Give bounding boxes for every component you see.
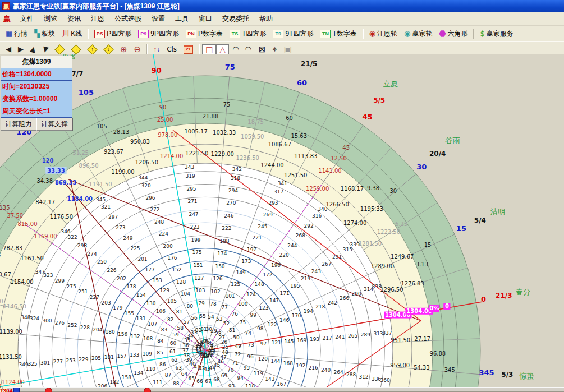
zoom-in-button[interactable]: ⊕ xyxy=(117,44,131,54)
svg-text:58: 58 xyxy=(177,325,184,331)
p-square-button[interactable]: PSP四方形 xyxy=(91,28,135,40)
svg-text:896.50: 896.50 xyxy=(79,163,99,169)
svg-text:清明: 清明 xyxy=(490,207,505,216)
pan-right-button[interactable]: → xyxy=(68,45,84,54)
svg-text:1032.33: 1032.33 xyxy=(213,130,236,136)
menu-item-资讯[interactable]: 资讯 xyxy=(62,13,86,24)
svg-text:122: 122 xyxy=(268,322,277,328)
svg-text:47: 47 xyxy=(221,354,227,360)
menu-item-江恩[interactable]: 江恩 xyxy=(86,13,109,24)
zoom-out-button[interactable]: ⊖ xyxy=(131,44,145,54)
pan-right-icon: → xyxy=(71,44,81,54)
svg-text:345: 345 xyxy=(96,197,106,202)
svg-text:1168.17: 1168.17 xyxy=(341,186,364,192)
svg-text:253: 253 xyxy=(66,358,76,363)
cls-button[interactable]: Cls xyxy=(163,44,180,54)
app-logo-icon: 赢 xyxy=(2,2,10,10)
gann-wheel-button[interactable]: ◉江恩轮 xyxy=(366,28,401,40)
menu-item-浏览[interactable]: 浏览 xyxy=(39,13,62,24)
background-window-strip[interactable] xyxy=(7,387,564,392)
svg-text:815.00: 815.00 xyxy=(18,221,38,227)
winner-service-button[interactable]: $赢家服务 xyxy=(476,28,516,40)
calendar-icon: 21 xyxy=(184,45,193,54)
svg-text:202: 202 xyxy=(117,276,126,282)
pan-up-button[interactable]: ↑ xyxy=(84,45,100,54)
svg-text:63: 63 xyxy=(175,365,181,371)
pan-down-button[interactable]: ↓ xyxy=(100,45,117,54)
calc-support-button[interactable]: 计算支撑 xyxy=(36,118,72,131)
menu-item-工具[interactable]: 工具 xyxy=(170,13,194,24)
menu-item-交易委托[interactable]: 交易委托 xyxy=(217,13,254,24)
arc-cw-tool-button[interactable]: ◠ xyxy=(229,44,242,54)
svg-text:169: 169 xyxy=(297,338,306,343)
quotes-button[interactable]: ▦行情 xyxy=(2,28,31,40)
svg-text:21/3: 21/3 xyxy=(496,292,512,299)
svg-text:1221.50: 1221.50 xyxy=(185,150,208,156)
winner-wheel-icon: ◉ xyxy=(404,30,410,38)
center-tool-button[interactable]: ⌖ xyxy=(269,44,280,54)
svg-text:299: 299 xyxy=(55,278,65,284)
t-number-table-button[interactable]: TNT数字表 xyxy=(317,28,360,40)
menu-item-窗口[interactable]: 窗口 xyxy=(194,13,217,24)
9t-square-icon: T9 xyxy=(273,30,283,38)
calc-resistance-button[interactable]: 计算阻力 xyxy=(1,118,36,131)
menu-item-设置[interactable]: 设置 xyxy=(146,13,170,24)
svg-text:85: 85 xyxy=(157,350,163,356)
9t-square-button[interactable]: T99T四方形 xyxy=(269,28,317,40)
forward-button[interactable]: ▶ xyxy=(15,44,27,54)
svg-text:90: 90 xyxy=(159,104,167,110)
arc-ccw-tool-button[interactable]: ◠ xyxy=(242,44,255,54)
svg-text:73: 73 xyxy=(247,342,254,348)
svg-text:289: 289 xyxy=(361,332,370,338)
cursor-down-button[interactable]: ▼ xyxy=(39,44,52,54)
kline-button[interactable]: 川K线 xyxy=(58,28,85,40)
svg-text:96: 96 xyxy=(247,354,254,359)
svg-text:1059.50: 1059.50 xyxy=(241,133,264,140)
svg-text:174: 174 xyxy=(217,251,227,256)
svg-text:291: 291 xyxy=(332,254,342,260)
title-bar[interactable]: 赢 赢家江恩专业版[赢家内部服务平台] - [焦煤1309 江恩轮] xyxy=(0,0,564,12)
svg-text:173: 173 xyxy=(241,259,251,264)
svg-text:241: 241 xyxy=(335,334,345,340)
box-x-tool-button[interactable]: ⊠ xyxy=(255,44,269,54)
back-button[interactable]: ◀ xyxy=(2,44,15,54)
triangle-tool-button[interactable]: △ xyxy=(216,44,229,54)
t-square-button[interactable]: TST四方形 xyxy=(226,28,269,40)
gann-wheel-canvas[interactable]: 1304.001304.001296.501276.831289.001249.… xyxy=(0,54,564,392)
sectors-button[interactable]: ▚板块 xyxy=(31,28,58,40)
updown-tool-button[interactable]: ↑↓ xyxy=(150,44,163,54)
9p-square-button[interactable]: P99P四方形 xyxy=(135,28,182,40)
svg-text:春分: 春分 xyxy=(516,288,530,296)
hexagon-icon xyxy=(439,30,446,37)
svg-text:105: 105 xyxy=(79,88,94,96)
menu-item-文件[interactable]: 文件 xyxy=(15,13,39,24)
svg-text:155: 155 xyxy=(125,311,134,316)
chart-area: 1304.001304.001296.501276.831289.001249.… xyxy=(0,54,564,392)
pan-left-button[interactable]: ← xyxy=(52,45,68,54)
svg-text:341: 341 xyxy=(278,181,287,186)
svg-text:109: 109 xyxy=(143,351,152,357)
svg-text:300: 300 xyxy=(42,318,52,324)
menu-item-公式选股[interactable]: 公式选股 xyxy=(109,13,146,24)
svg-text:294: 294 xyxy=(228,188,238,193)
svg-text:205: 205 xyxy=(91,356,101,361)
cls-icon: Cls xyxy=(167,45,177,53)
svg-text:143: 143 xyxy=(265,376,274,382)
svg-text:216: 216 xyxy=(309,365,318,371)
calendar-button[interactable]: 21 xyxy=(180,44,196,55)
screen-tool-button[interactable]: ▣ xyxy=(281,44,295,54)
p-number-table-icon: PN xyxy=(186,30,196,38)
svg-text:197: 197 xyxy=(247,247,256,252)
menu-item-帮助[interactable]: 帮助 xyxy=(254,13,278,24)
main-toolbar: ▦行情▚板块川K线PSP四方形P99P四方形PNP数字表TST四方形T99T四方… xyxy=(0,26,564,41)
svg-text:240: 240 xyxy=(321,367,331,373)
kline-icon: 川 xyxy=(62,30,69,38)
p-number-table-button[interactable]: PNP数字表 xyxy=(182,28,226,40)
cursor-up-button[interactable]: ▲ xyxy=(27,44,39,54)
svg-text:24: 24 xyxy=(209,347,216,353)
hexagon-button[interactable]: 六角形 xyxy=(435,28,471,40)
rect-tool-button[interactable]: □ xyxy=(202,44,216,54)
svg-text:181: 181 xyxy=(104,354,114,360)
svg-text:150: 150 xyxy=(215,264,224,269)
winner-wheel-button[interactable]: ◉赢家轮 xyxy=(401,28,435,40)
